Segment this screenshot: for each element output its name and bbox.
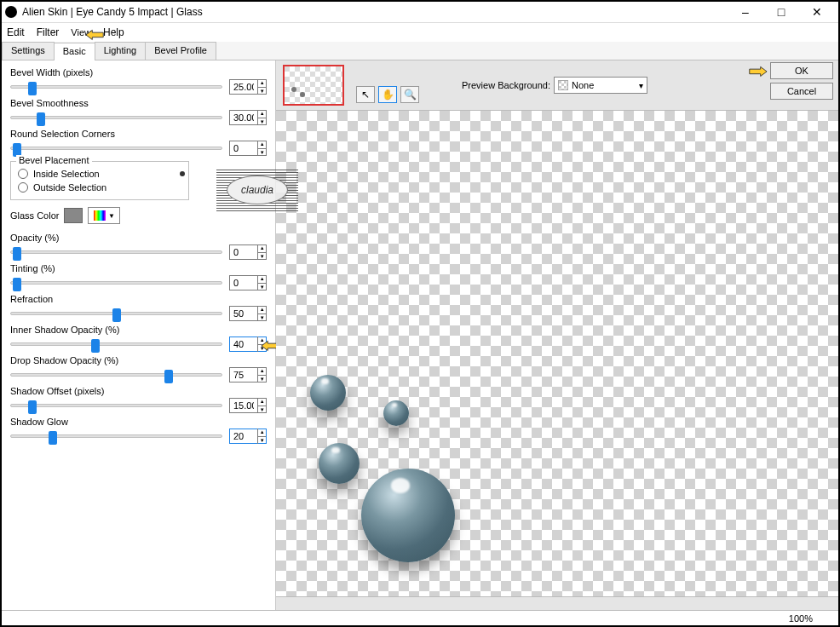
preview-bg-select[interactable]: None bbox=[554, 77, 647, 94]
bevel-width-input[interactable] bbox=[230, 82, 257, 92]
refraction-slider[interactable] bbox=[10, 312, 222, 315]
row-round-corners: Round Selection Corners ▲▼ bbox=[10, 129, 267, 156]
tinting-value[interactable]: ▲▼ bbox=[229, 275, 267, 290]
refraction-label: Refraction bbox=[10, 294, 267, 304]
maximize-button[interactable]: □ bbox=[763, 3, 799, 22]
title-bar: Alien Skin | Eye Candy 5 Impact | Glass … bbox=[2, 2, 838, 23]
spinner[interactable]: ▲▼ bbox=[257, 79, 266, 95]
app-icon bbox=[5, 6, 17, 18]
opacity-input[interactable] bbox=[230, 247, 257, 257]
bevel-width-slider[interactable] bbox=[10, 85, 222, 89]
cancel-button[interactable]: Cancel bbox=[770, 83, 833, 100]
preview-bg-label: Preview Background: bbox=[462, 80, 550, 90]
round-corners-input[interactable] bbox=[230, 143, 257, 153]
row-shadow-glow: Shadow Glow ▲▼ bbox=[10, 417, 267, 444]
spinner[interactable]: ▲▼ bbox=[257, 367, 266, 383]
menu-help[interactable]: Help bbox=[103, 26, 124, 38]
opacity-label: Opacity (%) bbox=[10, 233, 267, 243]
shadow-glow-value[interactable]: ▲▼ bbox=[229, 429, 267, 444]
inner-shadow-input[interactable] bbox=[230, 339, 257, 349]
menu-view[interactable]: View bbox=[71, 27, 91, 37]
tool-zoom[interactable]: 🔍 bbox=[400, 86, 419, 103]
menu-view-label: View bbox=[71, 27, 91, 37]
spinner[interactable]: ▲▼ bbox=[257, 244, 266, 260]
shadow-glow-label: Shadow Glow bbox=[10, 417, 267, 427]
tab-bevel[interactable]: Bevel Profile bbox=[145, 42, 216, 60]
spinner[interactable]: ▲▼ bbox=[257, 429, 266, 444]
bevel-smoothness-slider[interactable] bbox=[10, 116, 222, 119]
tinting-slider[interactable] bbox=[10, 281, 222, 285]
glass-orb bbox=[361, 469, 455, 562]
round-corners-value[interactable]: ▲▼ bbox=[229, 141, 267, 156]
menu-edit[interactable]: Edit bbox=[7, 26, 25, 38]
spinner[interactable]: ▲▼ bbox=[257, 398, 266, 413]
shadow-glow-slider[interactable] bbox=[10, 434, 222, 438]
drop-shadow-label: Drop Shadow Opacity (%) bbox=[10, 355, 267, 365]
round-corners-label: Round Selection Corners bbox=[10, 129, 267, 139]
tool-move[interactable]: ↖ bbox=[356, 86, 375, 103]
horizontal-scrollbar[interactable] bbox=[276, 596, 838, 610]
shadow-offset-value[interactable]: ▲▼ bbox=[229, 398, 267, 413]
drop-shadow-value[interactable]: ▲▼ bbox=[229, 367, 267, 383]
radio-outside[interactable]: Outside Selection bbox=[18, 182, 181, 193]
bevel-smoothness-input[interactable] bbox=[230, 112, 257, 123]
spinner[interactable]: ▲▼ bbox=[257, 275, 266, 290]
tool-hand[interactable]: ✋ bbox=[378, 86, 397, 103]
row-drop-shadow: Drop Shadow Opacity (%) ▲▼ bbox=[10, 355, 267, 383]
main-area: Bevel Width (pixels) ▲▼ Bevel Smoothness… bbox=[2, 60, 838, 610]
glass-color-label: Glass Color bbox=[10, 210, 59, 221]
inner-shadow-slider[interactable] bbox=[10, 342, 222, 346]
shadow-offset-label: Shadow Offset (pixels) bbox=[10, 386, 267, 396]
row-inner-shadow: Inner Shadow Opacity (%) ▲▼ bbox=[10, 325, 267, 352]
bevel-width-label: Bevel Width (pixels) bbox=[10, 67, 267, 78]
radio-circle-icon bbox=[18, 182, 28, 193]
row-bevel-smoothness: Bevel Smoothness ▲▼ bbox=[10, 98, 267, 125]
radio-outside-label: Outside Selection bbox=[33, 182, 106, 193]
refraction-value[interactable]: ▲▼ bbox=[229, 306, 267, 321]
row-bevel-width: Bevel Width (pixels) ▲▼ bbox=[10, 67, 267, 95]
tab-basic[interactable]: Basic bbox=[54, 43, 95, 60]
checker-icon bbox=[558, 80, 568, 90]
tab-lighting[interactable]: Lighting bbox=[95, 42, 147, 60]
shadow-glow-input[interactable] bbox=[230, 431, 257, 441]
mask-thumbnail[interactable] bbox=[283, 65, 344, 106]
left-panel: Bevel Width (pixels) ▲▼ Bevel Smoothness… bbox=[2, 60, 276, 610]
window-title: Alien Skin | Eye Candy 5 Impact | Glass bbox=[22, 6, 728, 18]
ok-button[interactable]: OK bbox=[770, 62, 833, 79]
tinting-input[interactable] bbox=[230, 278, 257, 288]
row-opacity: Opacity (%) ▲▼ bbox=[10, 233, 267, 260]
shadow-offset-slider[interactable] bbox=[10, 404, 222, 407]
drop-shadow-slider[interactable] bbox=[10, 373, 222, 377]
rainbow-icon bbox=[94, 210, 106, 221]
tab-settings[interactable]: Settings bbox=[2, 42, 55, 60]
bevel-width-value[interactable]: ▲▼ bbox=[229, 79, 267, 95]
refraction-input[interactable] bbox=[230, 308, 257, 319]
close-button[interactable]: ✕ bbox=[799, 3, 835, 22]
glass-orb bbox=[319, 443, 360, 484]
menu-bar: Edit Filter View Help bbox=[2, 23, 838, 42]
minimize-button[interactable]: – bbox=[728, 3, 763, 22]
radio-inside[interactable]: Inside Selection bbox=[18, 169, 181, 179]
dropdown-arrow-icon: ▼ bbox=[108, 212, 115, 220]
spinner[interactable]: ▲▼ bbox=[257, 306, 266, 321]
zoom-level: 100% bbox=[789, 613, 813, 624]
spinner[interactable]: ▲▼ bbox=[257, 141, 266, 156]
preview-toolbar: ↖ ✋ 🔍 Preview Background: None OK Can bbox=[276, 60, 838, 110]
pointer-hand-icon bbox=[745, 60, 770, 81]
radio-inside-label: Inside Selection bbox=[33, 169, 100, 179]
round-corners-slider[interactable] bbox=[10, 147, 222, 150]
menu-filter[interactable]: Filter bbox=[37, 26, 60, 38]
row-tinting: Tinting (%) ▲▼ bbox=[10, 263, 267, 290]
bevel-smoothness-value[interactable]: ▲▼ bbox=[229, 110, 267, 125]
radio-dot-icon bbox=[18, 169, 28, 179]
drop-shadow-input[interactable] bbox=[230, 370, 257, 380]
opacity-slider[interactable] bbox=[10, 250, 222, 254]
bevel-smoothness-label: Bevel Smoothness bbox=[10, 98, 267, 108]
glass-color-picker-button[interactable]: ▼ bbox=[88, 207, 120, 224]
shadow-offset-input[interactable] bbox=[230, 400, 257, 411]
right-panel: ↖ ✋ 🔍 Preview Background: None OK Can bbox=[276, 60, 838, 610]
opacity-value[interactable]: ▲▼ bbox=[229, 244, 267, 260]
spinner[interactable]: ▲▼ bbox=[257, 110, 266, 125]
glass-color-swatch[interactable] bbox=[64, 208, 83, 223]
preview-canvas[interactable] bbox=[276, 110, 838, 596]
